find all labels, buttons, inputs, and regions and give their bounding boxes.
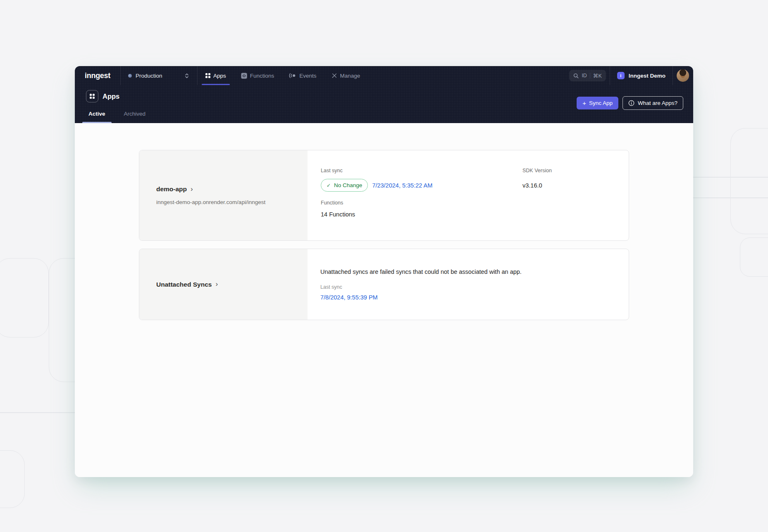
unattached-card-right-panel: Unattached syncs are failed syncs that c… [308, 249, 629, 320]
chevron-right-icon: › [191, 185, 193, 192]
inngest-logo[interactable]: inngest [75, 66, 120, 85]
last-sync-value-link[interactable]: 7/23/2024, 5:35:22 AM [372, 182, 432, 189]
apps-grid-icon [205, 73, 210, 78]
decoration-rect [730, 128, 768, 234]
nav-tab-apps[interactable]: Apps [202, 66, 230, 85]
search-button[interactable]: ID ⌘K [569, 70, 606, 81]
last-sync-label: Last sync [321, 168, 522, 173]
nav-tab-functions[interactable]: Functions [237, 66, 278, 85]
main-nav: Apps Functions [202, 66, 364, 85]
events-signal-icon [289, 73, 296, 78]
nav-tab-events[interactable]: Events [285, 66, 320, 85]
app-name: demo-app [156, 185, 187, 193]
environment-select[interactable]: Production [121, 66, 197, 85]
search-shortcut: ⌘K [593, 73, 602, 79]
header-actions: + Sync App What are Apps? [577, 96, 683, 110]
functions-block: Functions 14 Functions [321, 200, 629, 218]
sdk-version-value: v3.16.0 [522, 182, 542, 189]
app-window: inngest Production Apps [75, 66, 693, 477]
apps-grid-icon [86, 90, 98, 102]
org-badge: i [617, 72, 625, 79]
app-card-right-panel: Last sync ✓ No Change 7/23/2024, 5:35:22… [308, 150, 629, 240]
nav-tab-manage[interactable]: Manage [328, 66, 364, 85]
unattached-description: Unattached syncs are failed syncs that c… [320, 268, 629, 275]
decoration-line [0, 412, 75, 413]
divider [197, 66, 198, 85]
decoration-rect [0, 258, 49, 337]
functions-code-icon [241, 73, 247, 79]
sdk-version-value-row: v3.16.0 [522, 179, 552, 192]
org-switcher[interactable]: i Inngest Demo [610, 66, 673, 85]
unattached-syncs-name: Unattached Syncs [156, 281, 212, 288]
search-icon [573, 73, 579, 78]
user-avatar[interactable] [677, 69, 689, 82]
environment-status-dot [128, 74, 132, 78]
chevron-right-icon: › [215, 280, 218, 287]
sdk-version-column: SDK Version v3.16.0 [522, 168, 552, 192]
sync-app-button[interactable]: + Sync App [577, 97, 618, 109]
search-id-label: ID [582, 73, 587, 78]
topbar: inngest Production Apps [75, 66, 693, 85]
status-label: No Change [334, 182, 362, 188]
what-are-apps-label: What are Apps? [638, 100, 677, 106]
nav-tab-label: Events [299, 73, 316, 79]
content-area: demo-app › inngest-demo-app.onrender.com… [75, 123, 693, 477]
decoration-rect [0, 450, 25, 508]
manage-tools-icon [332, 73, 337, 78]
unattached-last-sync-label: Last sync [320, 284, 629, 290]
unattached-last-sync-value-link[interactable]: 7/8/2024, 9:55:39 PM [320, 294, 629, 301]
topbar-right: ID ⌘K i Inngest Demo [569, 66, 693, 85]
org-name: Inngest Demo [629, 73, 665, 79]
info-icon [628, 100, 634, 106]
page-background: inngest Production Apps [0, 0, 768, 532]
nav-tab-label: Functions [250, 73, 274, 79]
header-tabs: Active Archived [82, 111, 152, 123]
tab-active[interactable]: Active [82, 111, 112, 123]
sync-app-label: Sync App [589, 100, 613, 106]
last-sync-value-row: ✓ No Change 7/23/2024, 5:35:22 AM [321, 179, 522, 192]
functions-value: 14 Functions [321, 211, 629, 218]
cards-list: demo-app › inngest-demo-app.onrender.com… [139, 150, 629, 320]
environment-label: Production [136, 73, 162, 79]
app-url: inngest-demo-app.onrender.com/api/innges… [156, 199, 308, 205]
unattached-syncs-link[interactable]: Unattached Syncs › [156, 281, 218, 288]
app-name-link[interactable]: demo-app › [156, 185, 193, 193]
app-card: demo-app › inngest-demo-app.onrender.com… [139, 150, 629, 241]
functions-label: Functions [321, 200, 629, 206]
tab-archived[interactable]: Archived [118, 111, 152, 123]
unattached-syncs-card: Unattached Syncs › Unattached syncs are … [139, 249, 629, 320]
search-divider [590, 73, 590, 78]
plus-icon: + [582, 100, 586, 107]
nav-tab-label: Manage [340, 73, 360, 79]
nav-tab-label: Apps [213, 73, 226, 79]
no-change-status-badge: ✓ No Change [321, 179, 368, 192]
decoration-rect [740, 238, 768, 277]
app-card-left-panel: demo-app › inngest-demo-app.onrender.com… [139, 150, 308, 240]
page-header: Apps + Sync App What are Apps? [75, 85, 693, 123]
unattached-card-left-panel: Unattached Syncs › [139, 249, 308, 320]
last-sync-column: Last sync ✓ No Change 7/23/2024, 5:35:22… [321, 168, 522, 192]
divider [673, 66, 673, 85]
app-meta-row: Last sync ✓ No Change 7/23/2024, 5:35:22… [321, 168, 629, 192]
dark-header: inngest Production Apps [75, 66, 693, 123]
what-are-apps-button[interactable]: What are Apps? [623, 96, 683, 110]
chevron-updown-icon [184, 73, 190, 79]
sdk-version-label: SDK Version [522, 168, 552, 173]
page-title: Apps [103, 93, 119, 100]
check-icon: ✓ [327, 183, 331, 188]
